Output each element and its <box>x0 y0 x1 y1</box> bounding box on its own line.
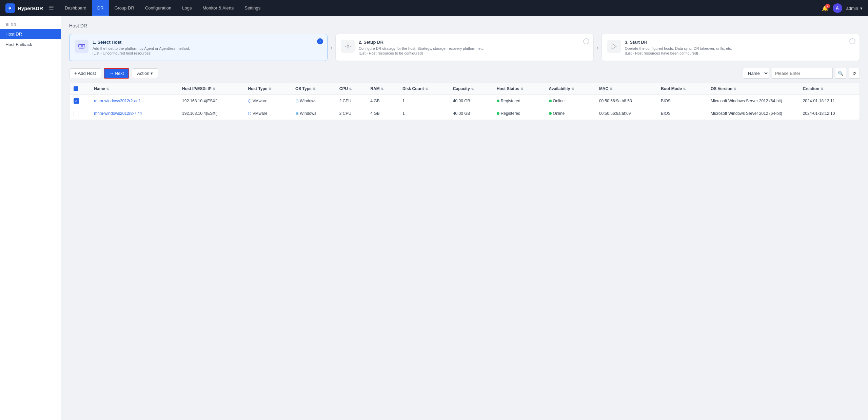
main-layout: ⊞ DR Host DR Host Failback Host DR <box>0 16 868 420</box>
th-mac[interactable]: MAC ⇅ <box>595 83 657 95</box>
app-name: HyperBDR <box>18 5 43 11</box>
row-1-disk-count: 1 <box>398 107 449 120</box>
th-creation[interactable]: Creation ⇅ <box>799 83 860 95</box>
topnav: HyperBDR ☰ Dashboard DR Group DR Configu… <box>0 0 868 16</box>
row-1-cpu: 2 CPU <box>335 107 367 120</box>
svg-marker-5 <box>612 44 616 49</box>
th-name[interactable]: Name ⇅ <box>90 83 178 95</box>
th-boot-mode[interactable]: Boot Mode ⇅ <box>657 83 707 95</box>
th-checkbox[interactable] <box>70 83 90 95</box>
refresh-button[interactable]: ↺ <box>849 68 860 79</box>
nav-group-dr[interactable]: Group DR <box>109 0 140 16</box>
step-1-check <box>317 38 323 44</box>
nav-monitor-alerts[interactable]: Monitor & Alerts <box>197 0 239 16</box>
row-1-host-status: Registered <box>493 107 545 120</box>
step-3-link[interactable]: [List - Host resources have been configu… <box>625 51 854 55</box>
row-1-mac: 00:50:56:9a:af:69 <box>595 107 657 120</box>
step-2-desc: Configure DR strategy for the host: Stra… <box>359 46 588 51</box>
row-1-os-version: Microsoft Windows Server 2012 (64-bit) <box>707 107 799 120</box>
row-0-host-status: Registered <box>493 95 545 107</box>
chevron-down-icon: ▾ <box>860 6 863 11</box>
toolbar: + Add Host → Next Action ▾ Name 🔍 ↺ <box>69 68 860 79</box>
app-logo[interactable]: HyperBDR <box>5 3 43 13</box>
row-0-availability: Online <box>545 95 595 107</box>
row-1-boot-mode: BIOS <box>657 107 707 120</box>
row-1-host-ip: 192.168.10.4(ESXi) <box>178 107 244 120</box>
steps-container: 1. Select Host Add the host to the platf… <box>69 34 860 61</box>
row-1-ram: 4 GB <box>366 107 398 120</box>
sort-icon-os-type: ⇅ <box>313 87 315 91</box>
th-availability[interactable]: Availability ⇅ <box>545 83 595 95</box>
vmware-icon-1: ⬡ <box>248 111 252 116</box>
step-arrow-1: › <box>328 34 335 61</box>
row-0-cpu: 2 CPU <box>335 95 367 107</box>
nav-configuration[interactable]: Configuration <box>140 0 177 16</box>
sort-icon-host-ip: ⇅ <box>213 87 215 91</box>
th-os-version[interactable]: OS Version ⇅ <box>707 83 799 95</box>
row-1-host-type: ⬡ VMware <box>244 107 291 120</box>
nav-logs[interactable]: Logs <box>177 0 197 16</box>
hamburger-icon[interactable]: ☰ <box>48 4 54 12</box>
step-1-link[interactable]: [List - Unconfigured host resources] <box>93 51 322 55</box>
th-host-status[interactable]: Host Status ⇅ <box>493 83 545 95</box>
search-input[interactable] <box>772 68 833 79</box>
host-link-0[interactable]: mhm-windows2012r2-ad1... <box>94 99 144 103</box>
svg-rect-2 <box>79 45 82 47</box>
th-host-ip[interactable]: Host IP/ESXi IP ⇅ <box>178 83 244 95</box>
th-cpu[interactable]: CPU ⇅ <box>335 83 367 95</box>
step-1-check-circle <box>317 38 323 44</box>
row-1-capacity: 40.00 GB <box>449 107 493 120</box>
step-2-content: 2. Setup DR Configure DR strategy for th… <box>359 40 588 55</box>
nav-settings[interactable]: Settings <box>239 0 266 16</box>
th-host-type[interactable]: Host Type ⇅ <box>244 83 291 95</box>
search-button[interactable]: 🔍 <box>835 68 846 79</box>
next-button[interactable]: → Next <box>104 68 129 79</box>
add-host-button[interactable]: + Add Host <box>69 68 101 78</box>
table-body: mhm-windows2012r2-ad1... 192.168.10.4(ES… <box>70 95 860 120</box>
user-label: admin <box>846 6 858 11</box>
nav-dashboard[interactable]: Dashboard <box>59 0 92 16</box>
row-0-checkbox[interactable] <box>70 95 90 107</box>
action-button[interactable]: Action ▾ <box>132 68 158 78</box>
svg-point-1 <box>9 7 11 9</box>
step-3-content: 3. Start DR Operate the configured hosts… <box>625 40 854 55</box>
row-0-os-version: Microsoft Windows Server 2012 (64-bit) <box>707 95 799 107</box>
th-os-type[interactable]: OS Type ⇅ <box>291 83 335 95</box>
row-0-boot-mode: BIOS <box>657 95 707 107</box>
notification-bell[interactable]: 🔔 7 <box>822 5 829 12</box>
host-status-dot-0 <box>497 100 499 102</box>
breadcrumb: Host DR <box>69 23 860 28</box>
windows-icon-1: ⊞ <box>295 111 300 116</box>
step-1-content: 1. Select Host Add the host to the platf… <box>93 40 322 55</box>
select-all-checkbox[interactable] <box>74 86 78 91</box>
notification-badge: 7 <box>825 4 830 8</box>
step-2-link[interactable]: [List - Host resources to be configured] <box>359 51 588 55</box>
row-1-checkbox[interactable] <box>70 107 90 120</box>
step-1-desc: Add the host to the platform by Agent or… <box>93 46 322 51</box>
th-capacity[interactable]: Capacity ⇅ <box>449 83 493 95</box>
search-field-select[interactable]: Name <box>743 68 769 79</box>
row-0-host-type: ⬡ VMware <box>244 95 291 107</box>
main-content: Host DR 1. Select Host Add the host to t… <box>61 16 868 420</box>
nav-dr[interactable]: DR <box>92 0 109 16</box>
sort-icon-host-status: ⇅ <box>520 87 523 91</box>
row-checkbox-0[interactable] <box>74 98 79 104</box>
host-link-1[interactable]: mhm-windows2012r2-7.44 <box>94 111 142 116</box>
sort-icon-availability: ⇅ <box>571 87 574 91</box>
row-0-ram: 4 GB <box>366 95 398 107</box>
search-area: Name 🔍 ↺ <box>743 68 860 79</box>
th-disk-count[interactable]: Disk Count ⇅ <box>398 83 449 95</box>
sidebar-item-host-dr[interactable]: Host DR <box>0 29 61 39</box>
windows-icon-0: ⊞ <box>295 99 300 103</box>
row-1-availability: Online <box>545 107 595 120</box>
avatar: A <box>833 3 842 13</box>
row-0-os-type: ⊞ Windows <box>291 95 335 107</box>
vmware-icon-0: ⬡ <box>248 99 252 103</box>
add-host-label: + Add Host <box>74 71 96 76</box>
row-checkbox-1[interactable] <box>74 111 79 116</box>
th-ram[interactable]: RAM ⇅ <box>366 83 398 95</box>
sidebar-item-host-failback-label: Host Failback <box>5 42 32 47</box>
sidebar-item-host-failback[interactable]: Host Failback <box>0 39 61 50</box>
user-menu[interactable]: admin ▾ <box>846 6 863 11</box>
topnav-right: 🔔 7 A admin ▾ <box>822 3 863 13</box>
